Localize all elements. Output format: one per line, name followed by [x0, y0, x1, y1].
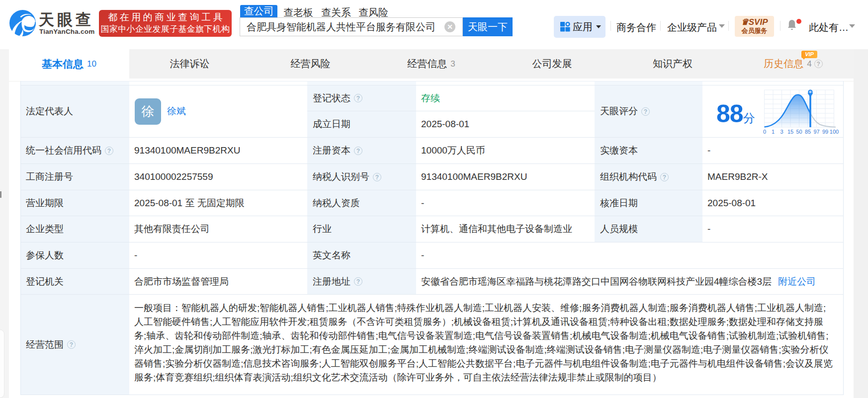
svg-text:100: 100 [830, 129, 839, 135]
svg-text:1: 1 [772, 129, 775, 135]
svg-text:15: 15 [787, 129, 793, 135]
svg-text:50: 50 [796, 129, 802, 135]
svg-text:97: 97 [813, 129, 819, 135]
svg-text:0: 0 [763, 129, 766, 135]
svg-text:85: 85 [805, 129, 811, 135]
svg-text:3: 3 [780, 129, 783, 135]
svg-text:99: 99 [822, 129, 828, 135]
